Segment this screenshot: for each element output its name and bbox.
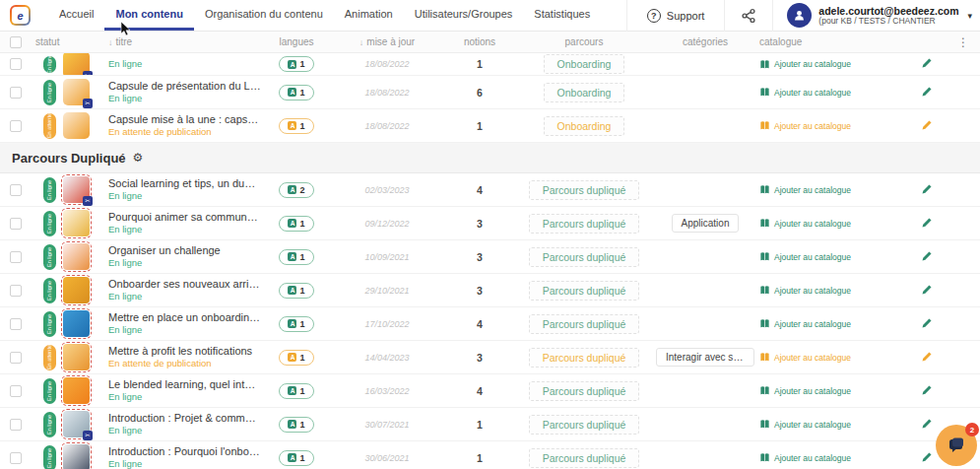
account-menu[interactable]: adele.courtot@beedeez.com (pour KB / TES…: [773, 3, 980, 28]
content-status-text: En ligne: [108, 425, 142, 436]
row-checkbox[interactable]: [10, 218, 22, 230]
nav-item-accueil[interactable]: Accueil: [48, 0, 104, 31]
row-checkbox[interactable]: [10, 285, 22, 297]
add-to-catalogue-button[interactable]: Ajouter au catalogue: [759, 59, 851, 70]
column-statut: statut: [35, 36, 108, 47]
edit-button[interactable]: [921, 55, 933, 73]
table-row[interactable]: En ligne Pourquoi animer sa communauté d…: [0, 207, 980, 240]
add-to-catalogue-button[interactable]: Ajouter au catalogue: [759, 285, 851, 296]
table-row[interactable]: En attente Capsule mise à la une : capsu…: [0, 109, 980, 143]
language-icon: A: [288, 353, 296, 362]
add-to-catalogue-button[interactable]: Ajouter au catalogue: [759, 87, 851, 98]
nav-item-animation[interactable]: Animation: [334, 0, 404, 31]
languages-badge: A 1: [279, 85, 313, 100]
content-title[interactable]: Introduction : Projet & communication: [108, 412, 261, 426]
edit-button[interactable]: [921, 416, 933, 434]
table-row[interactable]: En ligne Mettre en place un onboarding r…: [0, 307, 980, 341]
edit-button[interactable]: [921, 248, 933, 266]
edit-button[interactable]: [921, 215, 933, 233]
row-checkbox[interactable]: [10, 419, 22, 431]
languages-count: 2: [299, 185, 304, 195]
row-checkbox[interactable]: [10, 318, 22, 330]
add-to-catalogue-button[interactable]: Ajouter au catalogue: [759, 251, 851, 262]
row-checkbox[interactable]: [10, 352, 22, 364]
notions-count: 1: [477, 452, 483, 464]
add-to-catalogue-button[interactable]: Ajouter au catalogue: [759, 184, 851, 195]
add-to-catalogue-button[interactable]: Ajouter au catalogue: [759, 452, 851, 463]
content-status-text: En ligne: [108, 391, 142, 403]
chat-launcher[interactable]: 2: [936, 425, 977, 466]
content-title[interactable]: Social learning et tips, un duo de choc: [108, 177, 261, 191]
edit-button[interactable]: [921, 349, 933, 367]
add-to-catalogue-button[interactable]: Ajouter au catalogue: [759, 385, 851, 396]
column-options-menu[interactable]: ⋮: [947, 35, 980, 49]
column-titre[interactable]: ↓ titre: [108, 36, 261, 47]
add-to-catalogue-button[interactable]: Ajouter au catalogue: [759, 318, 851, 329]
add-to-catalogue-button[interactable]: Ajouter au catalogue: [759, 218, 851, 229]
nav-item-statistiques[interactable]: Statistiques: [523, 0, 601, 31]
table-row[interactable]: En ligne ✂ Introduction : Projet & commu…: [0, 408, 980, 441]
table-row[interactable]: En ligne Organiser un challenge En ligne…: [0, 240, 980, 274]
add-to-catalogue-button[interactable]: Ajouter au catalogue: [759, 419, 851, 430]
add-to-catalogue-button[interactable]: Ajouter au catalogue: [759, 120, 851, 131]
content-title[interactable]: Pourquoi animer sa communauté d'apprenan…: [108, 211, 261, 225]
status-pill: En ligne: [43, 56, 56, 73]
language-icon: A: [288, 286, 296, 295]
row-checkbox[interactable]: [10, 452, 22, 464]
table-row[interactable]: En ligne Le blended learning, quel intér…: [0, 374, 980, 408]
languages-badge: A 1: [279, 216, 313, 232]
row-checkbox[interactable]: [10, 87, 22, 99]
content-title[interactable]: Capsule mise à la une : capsule de prése…: [108, 113, 261, 127]
share-button[interactable]: [725, 8, 772, 24]
mouse-cursor: [120, 22, 131, 36]
row-checkbox[interactable]: [10, 184, 22, 196]
edit-button[interactable]: [921, 117, 933, 135]
languages-count: 1: [299, 121, 304, 131]
table-row[interactable]: En attente Mettre à profit les notificat…: [0, 341, 980, 374]
nav-item-mon-contenu[interactable]: Mon contenu: [104, 0, 193, 31]
column-parcours: parcours: [517, 36, 651, 47]
content-thumbnail: ✂: [63, 411, 90, 437]
table-row[interactable]: En ligne ✂ En ligne A 1 18/08/2022 1 Onb…: [0, 53, 980, 76]
content-title[interactable]: Capsule de présentation du Live: [108, 80, 261, 94]
add-to-catalogue-button[interactable]: Ajouter au catalogue: [759, 352, 851, 363]
content-status-text: En ligne: [108, 257, 142, 269]
table-row[interactable]: En ligne ✂ Capsule de présentation du Li…: [0, 76, 980, 109]
parcours-tag: Parcours dupliqué: [529, 381, 640, 401]
edit-button[interactable]: [921, 382, 933, 400]
content-status-text: En ligne: [108, 324, 142, 336]
select-all-checkbox[interactable]: [10, 36, 22, 48]
column-mise-a-jour[interactable]: ↓ mise à jour: [332, 36, 442, 47]
beedeez-logo-icon[interactable]: e: [10, 5, 31, 26]
language-icon: A: [288, 219, 296, 228]
row-checkbox[interactable]: [10, 58, 22, 70]
row-checkbox[interactable]: [10, 120, 22, 132]
pencil-icon: [921, 317, 933, 329]
support-button[interactable]: ? Support: [627, 9, 725, 23]
row-checkbox[interactable]: [10, 385, 22, 397]
language-icon: A: [288, 185, 296, 194]
edit-button[interactable]: [921, 315, 933, 333]
content-title[interactable]: Mettre en place un onboarding réussi: [108, 311, 261, 325]
content-title[interactable]: Le blended learning, quel intérêt ?: [108, 378, 261, 392]
edit-button[interactable]: [921, 449, 933, 467]
content-title[interactable]: Organiser un challenge: [108, 244, 221, 258]
table-row[interactable]: En ligne Onboarder ses nouveaux arrivant…: [0, 274, 980, 307]
pencil-icon: [921, 351, 933, 363]
content-title[interactable]: Onboarder ses nouveaux arrivants: [108, 278, 261, 292]
table-row[interactable]: En ligne ✂ Social learning et tips, un d…: [0, 173, 980, 207]
table-row[interactable]: En ligne Introduction : Pourquoi l'onboa…: [0, 441, 980, 469]
chevron-down-icon[interactable]: ▾: [967, 11, 972, 21]
edit-button[interactable]: [921, 282, 933, 300]
user-icon: [793, 9, 806, 22]
row-checkbox[interactable]: [10, 251, 22, 263]
edit-button[interactable]: [921, 84, 933, 101]
gear-icon[interactable]: ⚙: [133, 152, 144, 164]
nav-item-organisation-du-contenu[interactable]: Organisation du contenu: [194, 0, 334, 31]
notions-count: 1: [477, 419, 483, 431]
content-title[interactable]: Mettre à profit les notifications: [108, 345, 252, 359]
pencil-icon: [921, 183, 933, 195]
edit-button[interactable]: [921, 181, 933, 199]
content-title[interactable]: Introduction : Pourquoi l'onboarding ?: [108, 445, 261, 459]
nav-item-utilisateurs-groupes[interactable]: Utilisateurs/Groupes: [404, 0, 524, 31]
